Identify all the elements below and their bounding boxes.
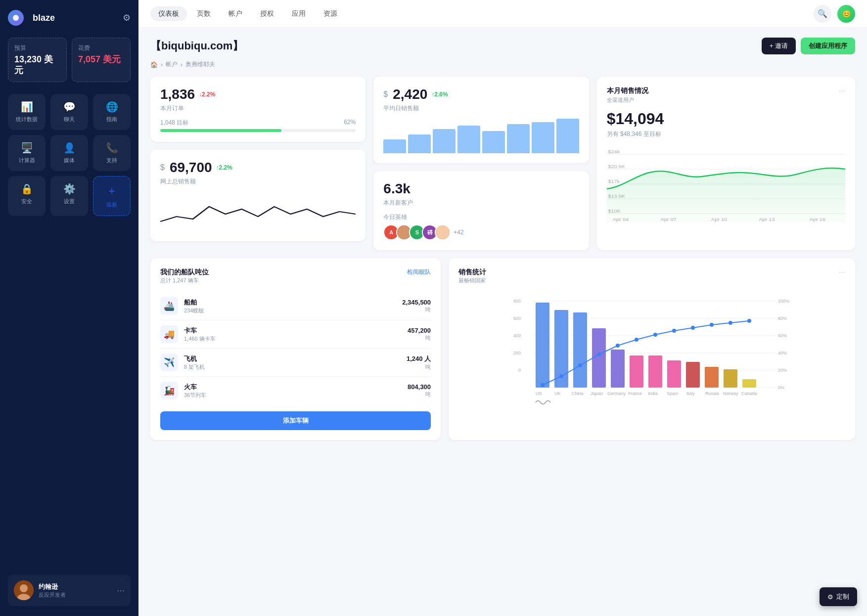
goal-label: 1,048 目标 (160, 119, 188, 127)
topnav-avatar[interactable]: 😊 (837, 5, 855, 23)
total-sales-change: ↑2.2% (216, 164, 232, 171)
tab-auth[interactable]: 授权 (252, 6, 282, 21)
svg-point-56 (653, 333, 657, 337)
svg-rect-49 (742, 379, 756, 388)
nav-item-security[interactable]: 🔒 安全 (8, 176, 46, 216)
monthly-subtitle: 全渠道用户 (607, 96, 648, 104)
add-icon: ＋ (106, 183, 117, 198)
nav-item-calculator[interactable]: 🖥️ 计算器 (8, 135, 46, 171)
monthly-more-icon[interactable]: ··· (839, 87, 845, 95)
nav-item-add[interactable]: ＋ 添新 (93, 176, 131, 216)
tab-pages[interactable]: 页数 (189, 6, 219, 21)
avg-sales-chart (383, 119, 579, 153)
progress-bar (160, 129, 356, 132)
breadcrumb-sep2: › (181, 61, 183, 68)
logo-text: blaze (33, 13, 55, 23)
sidebar-more-icon[interactable]: ⋯ (117, 586, 125, 595)
tab-dashboard[interactable]: 仪表板 (150, 6, 187, 21)
sales-chart: 800 600 400 200 0 100% 80% 60% 40% 20% 0… (458, 296, 845, 405)
nav-label-calculator: 计算器 (19, 157, 35, 164)
fleet-info-ship: 船舶 234艘舰 (184, 298, 402, 314)
page-header: 【biqubiqu.com】 + 邀请 创建应用程序 (150, 38, 855, 54)
customize-label: 定制 (836, 592, 849, 601)
nav-item-media[interactable]: 👤 媒体 (50, 135, 88, 171)
main: 仪表板 页数 帐户 授权 应用 资源 🔍 😊 【biqubiqu.com】 + … (138, 0, 867, 616)
nav-item-chat[interactable]: 💬 聊天 (50, 94, 88, 130)
svg-rect-42 (611, 350, 625, 388)
search-button[interactable]: 🔍 (814, 5, 831, 23)
nav-item-guide[interactable]: 🌐 指南 (93, 94, 131, 130)
sidebar-settings-icon[interactable]: ⚙ (123, 12, 131, 23)
tab-apps[interactable]: 应用 (284, 6, 314, 21)
svg-text:Germany: Germany (607, 391, 626, 396)
budget-card: 预算 13,230 美元 (8, 38, 67, 82)
add-vehicle-button[interactable]: 添加车辆 (160, 411, 431, 430)
svg-text:Russia: Russia (705, 391, 719, 396)
stats-icon: 📊 (21, 101, 33, 113)
orders-change: ↓2.2% (199, 91, 215, 98)
page-title: 【biqubiqu.com】 (150, 39, 243, 53)
avg-sales-change: ↑2.6% (431, 91, 448, 98)
nav-label-settings: 设置 (64, 198, 75, 205)
nav-label-stats: 统计数据 (16, 116, 38, 123)
nav-label-add: 添新 (106, 201, 117, 209)
fleet-view-button[interactable]: 检阅舰队 (407, 268, 431, 276)
svg-text:800: 800 (513, 299, 521, 304)
svg-rect-38 (536, 303, 549, 388)
svg-text:0%: 0% (778, 385, 784, 390)
expense-label: 花费 (78, 44, 124, 52)
fleet-subtitle: 总计 1,247 辆车 (160, 277, 209, 284)
monthly-sales-card: 本月销售情况 全渠道用户 ··· $14,094 另有 $48,346 至目标 (597, 77, 855, 250)
sales-subtitle: 最畅销国家 (458, 277, 486, 284)
svg-rect-48 (724, 369, 737, 388)
customize-icon: ⚙ (827, 593, 833, 601)
nav-item-support[interactable]: 📞 支持 (93, 135, 131, 171)
avg-sales-dollar: $ (383, 90, 388, 99)
nav-label-security: 安全 (21, 198, 32, 205)
user-name: 约翰逊 (39, 582, 66, 591)
bottom-row: 我们的船队吨位 总计 1,247 辆车 检阅舰队 🚢 船舶 234艘舰 2,34… (150, 258, 855, 440)
svg-point-55 (635, 338, 639, 342)
nav-label-guide: 指南 (106, 116, 117, 123)
security-icon: 🔒 (21, 183, 33, 195)
svg-text:60%: 60% (778, 333, 787, 338)
breadcrumb-current: 奥弗维耶夫 (185, 60, 215, 69)
new-customers-label: 本月新客户 (383, 199, 579, 207)
svg-point-0 (13, 15, 19, 21)
media-icon: 👤 (63, 142, 76, 154)
customize-button[interactable]: ⚙ 定制 (820, 587, 857, 606)
avg-sales-label: 平均日销售额 (383, 104, 579, 113)
ship-icon: 🚢 (160, 297, 178, 315)
plane-sub: 8 架飞机 (184, 363, 407, 371)
svg-rect-45 (667, 360, 681, 388)
truck-icon: 🚚 (160, 325, 178, 343)
nav-item-stats[interactable]: 📊 统计数据 (8, 94, 46, 130)
svg-rect-47 (705, 367, 719, 388)
sales-more-icon[interactable]: ··· (839, 268, 845, 277)
nav-item-settings[interactable]: ⚙️ 设置 (50, 176, 88, 216)
total-sales-value: 69,700 (170, 160, 212, 176)
page-header-actions: + 邀请 创建应用程序 (762, 38, 855, 54)
svg-text:China: China (572, 391, 584, 396)
tab-resources[interactable]: 资源 (316, 6, 345, 21)
hero-count: +42 (454, 229, 463, 236)
breadcrumb-accounts[interactable]: 帐户 (166, 60, 178, 69)
svg-rect-43 (630, 355, 643, 388)
svg-text:Canada: Canada (741, 391, 757, 396)
heroes-avatars: A S 碍 +42 (383, 224, 579, 240)
tab-accounts[interactable]: 帐户 (221, 6, 250, 21)
heroes-section: 今日英雄 A S 碍 +42 (383, 213, 579, 240)
ship-sub: 234艘舰 (184, 307, 402, 314)
svg-text:France: France (628, 391, 642, 396)
svg-point-58 (691, 326, 695, 330)
fleet-card: 我们的船队吨位 总计 1,247 辆车 检阅舰队 🚢 船舶 234艘舰 2,34… (150, 258, 441, 440)
monthly-value: $14,094 (607, 110, 845, 128)
svg-point-54 (616, 344, 620, 348)
create-app-button[interactable]: 创建应用程序 (801, 38, 855, 54)
breadcrumb-home[interactable]: 🏠 (150, 61, 158, 68)
svg-text:Apr 13: Apr 13 (759, 217, 775, 222)
fleet-info-truck: 卡车 1,460 辆卡车 (184, 326, 408, 343)
invite-button[interactable]: + 邀请 (762, 38, 796, 54)
monthly-title: 本月销售情况 (607, 87, 648, 95)
logo-icon (8, 10, 24, 26)
